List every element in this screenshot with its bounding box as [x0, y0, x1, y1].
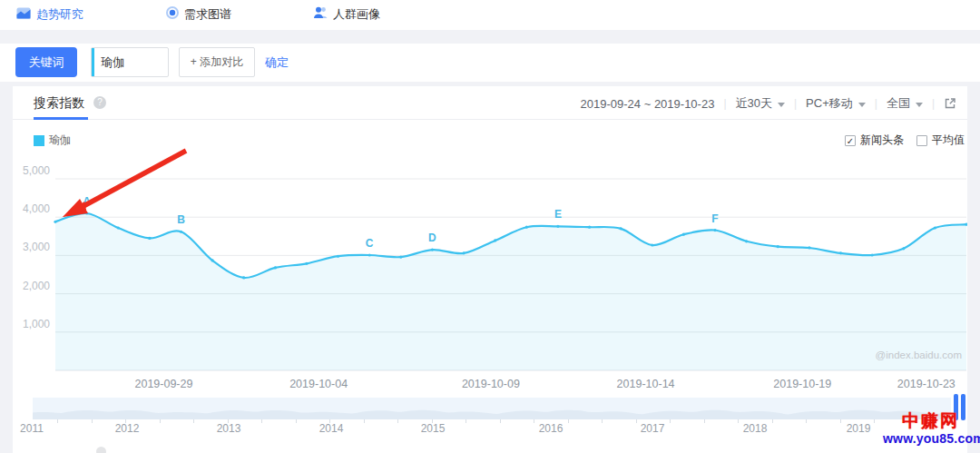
keyword-input[interactable] [101, 48, 164, 76]
help-icon[interactable]: ? [93, 96, 106, 109]
chevron-down-icon [916, 103, 923, 107]
svg-text:2019-10-04: 2019-10-04 [289, 378, 348, 390]
svg-text:E: E [554, 208, 562, 221]
year-label: 2018 [743, 422, 768, 435]
tab-search-index[interactable]: 搜索指数 [34, 95, 84, 112]
svg-text:3,000: 3,000 [23, 241, 50, 253]
query-bar: 关键词 + 添加对比 确定 [0, 44, 980, 82]
device-dropdown[interactable]: PC+移动 [806, 95, 866, 112]
handle-bar [961, 394, 965, 420]
timeline-brush-band[interactable] [33, 398, 951, 419]
svg-text:@index.baidu.com: @index.baidu.com [876, 350, 962, 360]
year-label: 2019 [847, 422, 871, 435]
nav-trend-research[interactable]: 趋势研究 [16, 5, 83, 25]
svg-text:A: A [83, 195, 91, 208]
year-label: 2015 [421, 422, 446, 435]
timeline-minimap-silhouette [33, 398, 951, 419]
nav-demand-map[interactable]: 需求图谱 [166, 5, 231, 25]
chevron-down-icon [778, 103, 785, 107]
svg-text:1,000: 1,000 [23, 318, 50, 330]
svg-text:B: B [177, 213, 185, 226]
svg-text:2,000: 2,000 [23, 280, 50, 292]
svg-text:4,000: 4,000 [23, 202, 50, 215]
chevron-down-icon [858, 103, 866, 107]
timeline-year-labels: 201120122013201420152016201720182019 [13, 422, 967, 435]
separator: | [875, 97, 877, 110]
person-icon [313, 6, 328, 23]
nav-audience-profile[interactable]: 人群画像 [313, 5, 380, 25]
region-dropdown[interactable]: 全国 [887, 95, 923, 112]
active-tab-underline [34, 117, 88, 120]
external-link-icon[interactable] [944, 97, 956, 110]
separator: | [794, 97, 797, 110]
confirm-link[interactable]: 确定 [265, 54, 289, 71]
date-range-text: 2019-09-24 ~ 2019-10-23 [581, 97, 715, 111]
year-label: 2012 [115, 422, 140, 435]
svg-text:C: C [366, 237, 374, 250]
keyword-color-accent [92, 48, 94, 76]
year-label: 2011 [20, 422, 44, 435]
demand-map-icon [166, 6, 179, 23]
year-label: 2017 [641, 422, 665, 435]
separator: | [932, 97, 935, 110]
year-label: 2016 [539, 422, 564, 435]
top-navigation: 趋势研究 需求图谱 人群画像 [0, 0, 980, 30]
svg-text:F: F [711, 212, 718, 225]
add-compare-button[interactable]: + 添加对比 [179, 47, 255, 77]
handle-bar [954, 394, 958, 420]
next-section-icon-peek [96, 447, 106, 453]
svg-text:D: D [428, 231, 436, 244]
separator: | [723, 97, 726, 110]
keyword-button[interactable]: 关键词 [15, 47, 77, 77]
svg-text:2019-09-29: 2019-09-29 [134, 378, 192, 390]
time-range-dropdown[interactable]: 近30天 [736, 95, 785, 112]
panel-tab-row: 搜索指数 ? 2019-09-24 ~ 2019-10-23 | 近30天 | … [13, 86, 967, 120]
nav-label: 趋势研究 [36, 6, 83, 23]
keyword-input-wrap [91, 47, 169, 77]
search-index-line-chart[interactable]: 1,0002,0003,0004,0005,000ABCDEF2019-09-2… [13, 141, 967, 395]
timeline-handle[interactable] [954, 394, 967, 420]
nav-label: 人群画像 [333, 6, 380, 23]
nav-label: 需求图谱 [184, 6, 231, 23]
svg-text:2019-10-09: 2019-10-09 [462, 378, 520, 390]
trend-chart-icon [16, 6, 31, 24]
year-label: 2013 [217, 422, 241, 435]
svg-text:2019-10-23: 2019-10-23 [897, 378, 956, 390]
year-label: 2014 [319, 422, 344, 435]
svg-text:2019-10-14: 2019-10-14 [617, 378, 675, 390]
svg-text:5,000: 5,000 [23, 164, 50, 177]
svg-text:2019-10-19: 2019-10-19 [773, 378, 831, 390]
search-index-panel: 搜索指数 ? 2019-09-24 ~ 2019-10-23 | 近30天 | … [13, 86, 967, 453]
